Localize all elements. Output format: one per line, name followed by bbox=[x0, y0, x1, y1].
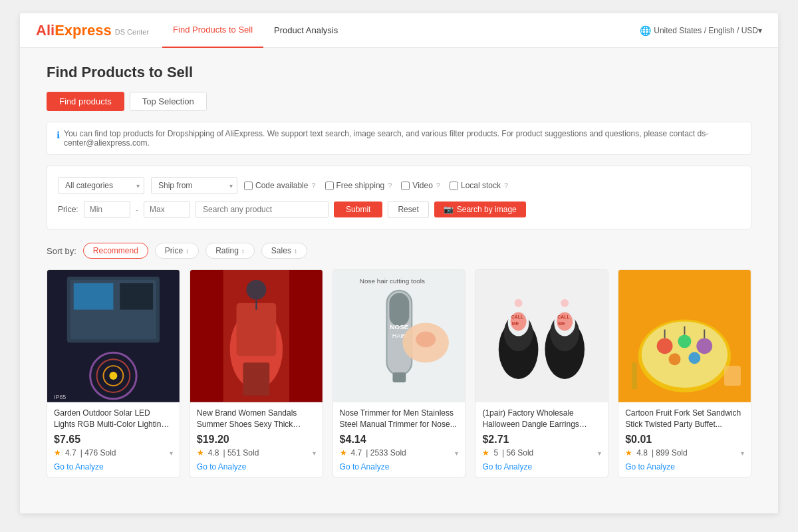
product-image: IP65 bbox=[47, 270, 180, 402]
svg-text:CALL: CALL bbox=[558, 315, 571, 319]
sort-sales-label: Sales bbox=[271, 246, 291, 255]
sort-price-label: Price bbox=[165, 246, 183, 255]
svg-rect-4 bbox=[120, 283, 153, 310]
products-grid: IP65 Garden Outdoor Solar LED Lights RGB… bbox=[47, 269, 751, 477]
product-info: New Brand Women Sandals Summer Shoes Sex… bbox=[190, 402, 323, 477]
svg-rect-16 bbox=[243, 362, 269, 396]
category-select[interactable]: All categories bbox=[58, 177, 144, 194]
svg-point-48 bbox=[678, 334, 692, 348]
main-nav: Find Products to Sell Product Analysis bbox=[162, 13, 640, 48]
product-price: $0.01 bbox=[625, 434, 744, 446]
locale-chevron-icon: ▾ bbox=[758, 26, 762, 35]
star-icon: ★ bbox=[340, 448, 347, 458]
product-info: Nose Trimmer for Men Stainless Steel Man… bbox=[333, 402, 466, 477]
product-info: Garden Outdoor Solar LED Lights RGB Mult… bbox=[47, 402, 180, 477]
code-available-help-icon: ? bbox=[311, 182, 315, 190]
go-to-analyze-link[interactable]: Go to Analyze bbox=[197, 462, 247, 471]
sort-price-button[interactable]: Price ↕ bbox=[155, 243, 199, 259]
product-card[interactable]: CALL ME CALL ME (1pair) Factory Wholesal… bbox=[475, 269, 608, 477]
svg-rect-3 bbox=[74, 283, 114, 310]
sort-recommend-button[interactable]: Recommend bbox=[83, 243, 148, 259]
product-meta: ★ 4.7 | 476 Sold ▾ bbox=[54, 448, 173, 458]
go-to-analyze-link[interactable]: Go to Analyze bbox=[482, 462, 532, 471]
code-available-checkbox[interactable]: Code available ? bbox=[244, 181, 316, 190]
product-sold: | 56 Sold bbox=[502, 448, 533, 458]
search-by-image-button[interactable]: 📷 Search by image bbox=[434, 201, 526, 217]
sort-sales-arrow-icon: ↕ bbox=[294, 247, 297, 255]
price-max-input[interactable] bbox=[144, 201, 190, 218]
video-checkbox[interactable]: Video ? bbox=[401, 181, 440, 190]
product-meta: ★ 5 | 56 Sold ▾ bbox=[482, 448, 601, 458]
reset-button[interactable]: Reset bbox=[388, 201, 428, 218]
search-by-image-label: Search by image bbox=[457, 205, 517, 214]
svg-rect-23 bbox=[392, 372, 406, 382]
product-rating: 4.7 bbox=[351, 448, 362, 458]
free-shipping-input[interactable] bbox=[325, 182, 334, 190]
code-available-input[interactable] bbox=[244, 182, 253, 190]
chevron-down-icon[interactable]: ▾ bbox=[455, 450, 458, 457]
chevron-down-icon[interactable]: ▾ bbox=[741, 450, 744, 457]
product-sold: | 476 Sold bbox=[80, 448, 116, 458]
product-card[interactable]: Cartoon Fruit Fork Set Sandwich Stick Tw… bbox=[618, 269, 751, 477]
local-stock-input[interactable] bbox=[450, 182, 458, 190]
product-card[interactable]: IP65 Garden Outdoor Solar LED Lights RGB… bbox=[47, 269, 180, 477]
svg-rect-29 bbox=[475, 270, 608, 402]
star-icon: ★ bbox=[54, 448, 61, 458]
product-price: $2.71 bbox=[482, 434, 601, 446]
submit-button[interactable]: Submit bbox=[334, 201, 382, 217]
free-shipping-label: Free shipping bbox=[336, 181, 385, 190]
video-input[interactable] bbox=[401, 182, 410, 190]
local-stock-help-icon: ? bbox=[504, 182, 508, 190]
go-to-analyze-link[interactable]: Go to Analyze bbox=[625, 462, 675, 471]
product-image bbox=[190, 270, 323, 402]
logo-ali: Ali bbox=[36, 22, 55, 39]
tab-top-selection[interactable]: Top Selection bbox=[130, 92, 207, 111]
nav-find-products[interactable]: Find Products to Sell bbox=[162, 13, 263, 48]
nav-product-analysis[interactable]: Product Analysis bbox=[263, 13, 348, 48]
product-card[interactable]: NOSE HAIR Nose hair cutting tools Nose T… bbox=[332, 269, 466, 477]
svg-text:Nose hair cutting tools: Nose hair cutting tools bbox=[359, 277, 424, 285]
svg-text:IP65: IP65 bbox=[54, 394, 66, 400]
svg-point-49 bbox=[696, 338, 712, 354]
product-image: NOSE HAIR Nose hair cutting tools bbox=[333, 270, 466, 402]
product-rating: 5 bbox=[493, 448, 498, 458]
product-sold: | 2533 Sold bbox=[366, 448, 406, 458]
svg-rect-56 bbox=[724, 366, 741, 386]
locale-selector[interactable]: 🌐 United States / English / USD ▾ bbox=[640, 25, 762, 36]
video-help-icon: ? bbox=[436, 182, 440, 190]
product-info: (1pair) Factory Wholesale Halloween Dang… bbox=[475, 402, 608, 477]
go-to-analyze-link[interactable]: Go to Analyze bbox=[54, 462, 104, 471]
sort-price-arrow-icon: ↕ bbox=[186, 247, 189, 255]
product-title: New Brand Women Sandals Summer Shoes Sex… bbox=[197, 408, 316, 430]
price-min-input[interactable] bbox=[84, 201, 130, 218]
free-shipping-checkbox[interactable]: Free shipping ? bbox=[325, 181, 392, 190]
star-icon: ★ bbox=[625, 448, 632, 458]
go-to-analyze-link[interactable]: Go to Analyze bbox=[340, 462, 390, 471]
code-available-label: Code available bbox=[255, 181, 308, 190]
locale-text: United States / English / USD bbox=[654, 26, 758, 35]
sort-rating-label: Rating bbox=[215, 246, 239, 255]
svg-point-17 bbox=[246, 280, 266, 300]
chevron-down-icon[interactable]: ▾ bbox=[313, 450, 316, 457]
chevron-down-icon[interactable]: ▾ bbox=[170, 450, 173, 457]
sort-sales-button[interactable]: Sales ↕ bbox=[261, 243, 307, 259]
product-meta: ★ 4.7 | 2533 Sold ▾ bbox=[340, 448, 459, 458]
svg-text:ME: ME bbox=[512, 321, 519, 326]
svg-point-51 bbox=[689, 352, 701, 364]
svg-point-27 bbox=[416, 331, 436, 347]
tabs: Find products Top Selection bbox=[47, 92, 751, 111]
star-icon: ★ bbox=[197, 448, 204, 458]
svg-rect-15 bbox=[236, 303, 276, 356]
product-search-input[interactable] bbox=[196, 201, 329, 218]
svg-text:CALL: CALL bbox=[511, 315, 524, 319]
ship-from-select[interactable]: Ship from bbox=[151, 177, 237, 194]
tab-find-products[interactable]: Find products bbox=[47, 92, 124, 111]
product-card[interactable]: New Brand Women Sandals Summer Shoes Sex… bbox=[190, 269, 323, 477]
sort-rating-button[interactable]: Rating ↕ bbox=[205, 243, 255, 259]
main-content: Find Products to Sell Find products Top … bbox=[20, 48, 778, 513]
chevron-down-icon[interactable]: ▾ bbox=[598, 450, 601, 457]
svg-point-47 bbox=[657, 338, 673, 354]
local-stock-checkbox[interactable]: Local stock ? bbox=[450, 181, 508, 190]
filter-panel: All categories Ship from Code available … bbox=[47, 166, 751, 229]
svg-point-50 bbox=[669, 353, 681, 365]
